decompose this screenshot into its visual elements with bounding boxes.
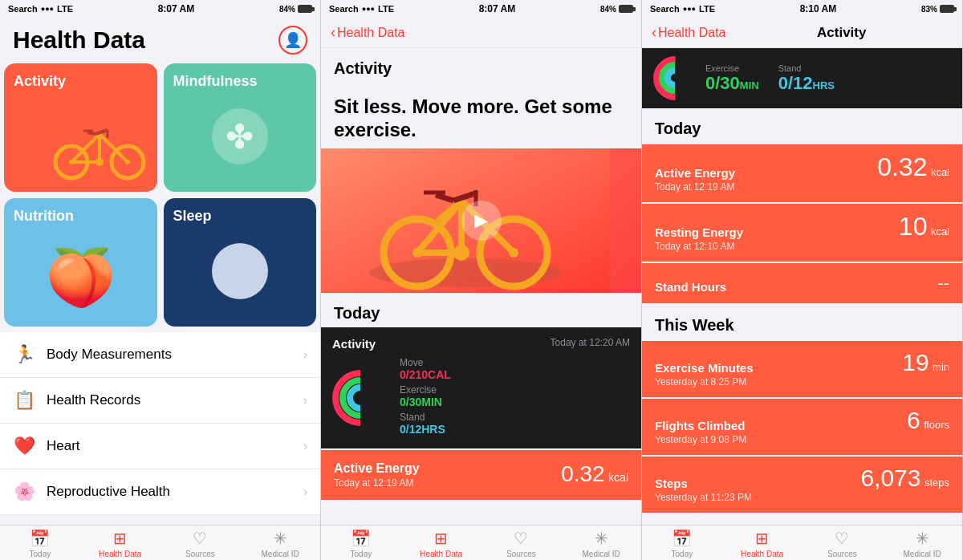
p3-resting-energy-time: Today at 12:10 AM [655, 241, 949, 252]
back-button-2[interactable]: ‹ Health Data [331, 24, 405, 41]
tile-nutrition-icon: 🍑 [14, 225, 148, 317]
sources-tab-label-1: Sources [185, 550, 215, 558]
status-left-2: Search ●●● LTE [329, 4, 394, 14]
p3-steps-card[interactable]: Steps 6,073 steps Yesterday at 11:23 PM [642, 457, 962, 513]
panel-health-data: Search ●●● LTE 8:07 AM 84% Health Data 👤… [0, 0, 321, 560]
battery-pct-3: 83% [921, 5, 937, 14]
tab-today-3[interactable]: 📅 Today [642, 529, 722, 558]
tile-mindfulness[interactable]: Mindfulness [164, 63, 317, 192]
tab-bar-2: 📅 Today ⊞ Health Data ♡ Sources ✳ Medica… [321, 525, 641, 560]
battery-3: 83% [921, 5, 954, 14]
nav-title-3: Activity [817, 25, 866, 41]
list-item-heart[interactable]: ❤️ Heart › [0, 424, 320, 469]
p3-active-energy-left: Active Energy [655, 166, 735, 180]
p3-week-heading: This Week [642, 305, 962, 339]
profile-icon[interactable]: 👤 [278, 26, 307, 55]
p3-stand-hours-card[interactable]: Stand Hours -- [642, 263, 962, 303]
battery-icon-1 [298, 5, 312, 13]
activity-section-title: Activity [321, 48, 641, 83]
health-data-tab-label-1: Health Data [99, 550, 141, 558]
p3-steps-value-group: 6,073 steps [860, 466, 949, 490]
p3-flights-row: Flights Climbed 6 floors [655, 408, 949, 432]
list-item-body-measurements[interactable]: 🏃 Body Measurements › [0, 332, 320, 378]
status-bar-2: Search ●●● LTE 8:07 AM 84% [321, 0, 641, 18]
tile-nutrition-label: Nutrition [14, 208, 148, 225]
panel1-title: Health Data [13, 26, 145, 54]
active-energy-value: 0.32 [561, 461, 605, 486]
tile-nutrition[interactable]: Nutrition 🍑 [4, 198, 157, 327]
health-data-tab-icon-1: ⊞ [113, 529, 127, 548]
reproductive-icon: 🌸 [13, 481, 35, 503]
chevron-back-2: ‹ [331, 24, 335, 41]
panel3-header-dark: Exercise 0/30MIN Stand 0/12HRS [642, 48, 962, 108]
p3-exercise-min-card[interactable]: Exercise Minutes 19 min Yesterday at 8:2… [642, 341, 962, 397]
p3-exercise-min-label: Exercise Minutes [655, 361, 754, 375]
network-3: LTE [699, 4, 715, 14]
bike-icon-tile [51, 110, 148, 182]
tab-medical-3[interactable]: ✳ Medical ID [882, 529, 962, 558]
carrier-2: Search [329, 4, 359, 14]
tab-medical-1[interactable]: ✳ Medical ID [240, 529, 320, 558]
active-energy-card[interactable]: Active Energy Today at 12:19 AM 0.32 kca… [321, 450, 641, 500]
sources-tab-label-2: Sources [506, 550, 536, 558]
tab-today-2[interactable]: 📅 Today [321, 529, 401, 558]
activity-headline: Sit less. Move more. Get some exercise. [321, 83, 641, 148]
back-label-3: Health Data [658, 26, 726, 40]
list-item-reproductive[interactable]: 🌸 Reproductive Health › [0, 469, 320, 515]
medical-tab-label-3: Medical ID [904, 550, 941, 558]
tab-health-data-1[interactable]: ⊞ Health Data [80, 529, 160, 558]
tile-sleep[interactable]: Sleep [164, 198, 317, 327]
battery-2: 84% [600, 5, 633, 14]
p3-flights-card[interactable]: Flights Climbed 6 floors Yesterday at 9:… [642, 399, 962, 455]
tab-sources-2[interactable]: ♡ Sources [482, 529, 562, 558]
chevron-icon-reproductive: › [303, 485, 307, 499]
activity-dark-card: Activity Today at 12:20 AM Move 0/210CAL… [321, 327, 641, 448]
body-measurements-icon: 🏃 [13, 343, 35, 366]
carrier-1: Search [8, 4, 38, 14]
tab-medical-2[interactable]: ✳ Medical ID [561, 529, 641, 558]
sources-tab-icon-3: ♡ [835, 529, 849, 548]
sources-tab-icon-1: ♡ [193, 529, 207, 548]
svg-line-10 [87, 132, 95, 134]
tab-health-3[interactable]: ⊞ Health Data [722, 529, 802, 558]
battery-icon-2 [619, 5, 633, 13]
tab-today-1[interactable]: 📅 Today [0, 529, 80, 558]
medical-tab-icon-2: ✳ [595, 529, 608, 548]
p3-steps-label: Steps [655, 477, 688, 490]
p3-stand-hours-row: Stand Hours -- [655, 273, 949, 294]
panel3-scroll: Today Active Energy 0.32 kcal Today at 1… [642, 108, 962, 525]
tile-activity-label: Activity [14, 73, 148, 90]
panel1-header: Health Data 👤 [0, 18, 320, 61]
nav-bar-3: ‹ Health Data Activity [642, 18, 962, 48]
p3-steps-unit: steps [924, 477, 949, 489]
activity-video-card[interactable]: ▶ [321, 148, 641, 293]
sources-tab-label-3: Sources [827, 550, 857, 558]
time-3: 8:10 AM [800, 3, 837, 14]
move-value: 0/210CAL [400, 368, 630, 381]
tab-sources-1[interactable]: ♡ Sources [160, 529, 241, 558]
activity-stats: Move 0/210CAL Exercise 0/30MIN Stand 0/1… [400, 357, 630, 439]
health-tab-icon-3: ⊞ [755, 529, 769, 548]
tab-health-2[interactable]: ⊞ Health Data [401, 529, 482, 558]
p3-active-energy-card[interactable]: Active Energy 0.32 kcal Today at 12:19 A… [642, 144, 962, 202]
play-button[interactable]: ▶ [461, 201, 502, 241]
p3-exercise-stat: Exercise 0/30MIN [705, 63, 759, 94]
back-button-3[interactable]: ‹ Health Data [652, 24, 726, 41]
move-label: Move [400, 357, 630, 368]
svg-point-28 [453, 245, 469, 261]
stand-label: Stand [400, 412, 630, 423]
p3-steps-row: Steps 6,073 steps [655, 466, 949, 490]
tile-activity[interactable]: Activity [4, 63, 157, 192]
list-item-health-records[interactable]: 📋 Health Records › [0, 378, 320, 424]
stand-value: 0/12HRS [400, 423, 630, 436]
dandelion-icon [212, 108, 268, 164]
tab-sources-3[interactable]: ♡ Sources [802, 529, 883, 558]
p3-exercise-min-time: Yesterday at 8:25 PM [655, 376, 949, 388]
back-label-2: Health Data [337, 26, 405, 40]
battery-icon-3 [940, 5, 954, 13]
p3-resting-energy-card[interactable]: Resting Energy 10 kcal Today at 12:10 AM [642, 204, 962, 262]
active-energy-unit: kcal [608, 471, 628, 484]
panel-activity: Search ●●● LTE 8:07 AM 84% ‹ Health Data… [321, 0, 642, 560]
stand-stat: Stand 0/12HRS [400, 412, 630, 436]
p3-exercise-min-value-group: 19 min [902, 351, 949, 375]
